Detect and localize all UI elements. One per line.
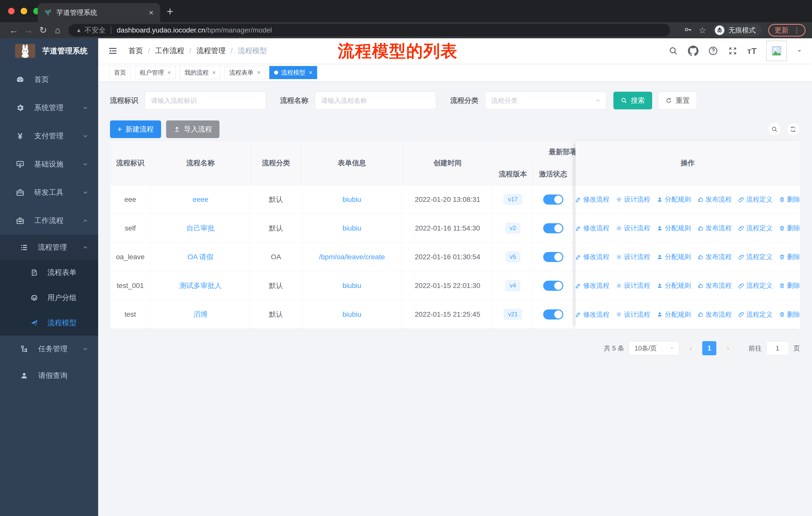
process-name-link[interactable]: OA 请假 — [187, 252, 213, 262]
version-badge[interactable]: v5 — [505, 251, 520, 262]
active-toggle[interactable] — [543, 223, 563, 233]
sidebar-item-home[interactable]: 首页 — [0, 65, 98, 94]
create-process-button[interactable]: + 新建流程 — [110, 120, 161, 138]
process-name-link[interactable]: 测试多审批人 — [179, 281, 222, 291]
sidebar-collapse-icon[interactable] — [108, 46, 118, 56]
version-badge[interactable]: v2 — [505, 223, 520, 234]
process-definition-link[interactable]: 流程定义 — [738, 252, 773, 261]
sidebar-item-payment[interactable]: ¥ 支付管理 — [0, 122, 98, 150]
breadcrumb-item[interactable]: 首页 — [128, 46, 143, 56]
delete-link[interactable]: 删除 — [779, 310, 800, 319]
delete-link[interactable]: 删除 — [779, 195, 800, 204]
process-definition-link[interactable]: 流程定义 — [738, 195, 773, 204]
bookmark-star-icon[interactable]: ☆ — [699, 25, 706, 35]
sidebar-item-task-management[interactable]: 任务管理 — [0, 335, 98, 362]
sidebar-item-system[interactable]: 系统管理 — [0, 94, 98, 122]
delete-link[interactable]: 删除 — [779, 281, 800, 290]
import-process-button[interactable]: 导入流程 — [166, 120, 220, 138]
tag-close-icon[interactable]: × — [309, 69, 312, 76]
delete-link[interactable]: 删除 — [779, 224, 800, 233]
active-toggle[interactable] — [543, 194, 563, 205]
process-definition-link[interactable]: 流程定义 — [738, 281, 773, 290]
sidebar-item-dev-tools[interactable]: 研发工具 — [0, 179, 98, 207]
tag-close-icon[interactable]: × — [167, 69, 171, 76]
publish-process-link[interactable]: 发布流程 — [697, 252, 732, 261]
home-icon[interactable]: ⌂ — [50, 25, 65, 35]
filter-name-input[interactable] — [315, 92, 436, 109]
avatar[interactable] — [766, 40, 787, 61]
sidebar-item-user-group[interactable]: 用户分组 — [0, 285, 98, 310]
new-tab-button[interactable]: + — [167, 4, 173, 18]
form-info-link[interactable]: biubiu — [343, 310, 361, 319]
publish-process-link[interactable]: 发布流程 — [697, 310, 732, 319]
address-bar[interactable]: ▲ 不安全 dashboard.yudao.iocoder.cn /bpm/ma… — [68, 24, 670, 36]
breadcrumb-item[interactable]: 流程管理 — [196, 46, 226, 56]
process-definition-link[interactable]: 流程定义 — [738, 224, 773, 233]
publish-process-link[interactable]: 发布流程 — [697, 281, 732, 290]
design-process-link[interactable]: 设计流程 — [616, 310, 650, 319]
sidebar-item-workflow[interactable]: 工作流程 — [0, 207, 98, 235]
tag-process-form[interactable]: 流程表单 × — [225, 66, 265, 79]
breadcrumb-item[interactable]: 工作流程 — [155, 46, 184, 56]
process-name-link[interactable]: eeee — [193, 195, 208, 203]
window-minimize-button[interactable] — [21, 8, 27, 15]
process-definition-link[interactable]: 流程定义 — [738, 310, 773, 319]
publish-process-link[interactable]: 发布流程 — [697, 195, 732, 204]
help-icon[interactable] — [708, 46, 718, 56]
sidebar-item-infrastructure[interactable]: 基础设施 — [0, 150, 98, 179]
modify-process-link[interactable]: 修改流程 — [575, 252, 609, 261]
form-info-link[interactable]: /bpm/oa/leave/create — [319, 253, 385, 261]
modify-process-link[interactable]: 修改流程 — [575, 310, 609, 319]
prev-page-button[interactable]: ‹ — [684, 341, 698, 355]
version-badge[interactable]: v4 — [505, 280, 520, 291]
tag-close-icon[interactable]: × — [257, 69, 261, 76]
tag-home[interactable]: 首页 — [109, 66, 131, 79]
sidebar-item-process-model[interactable]: 流程模型 — [0, 310, 98, 335]
back-icon[interactable]: ← — [6, 25, 21, 35]
assign-rule-link[interactable]: 分配规则 — [657, 281, 691, 290]
browser-menu-icon[interactable]: ⋮ — [793, 26, 800, 34]
browser-update-button[interactable]: 更新 ⋮ — [768, 24, 806, 36]
modify-process-link[interactable]: 修改流程 — [575, 281, 609, 290]
tab-close-icon[interactable]: × — [149, 8, 153, 18]
reload-icon[interactable]: ↻ — [36, 25, 50, 35]
filter-category-select[interactable]: 流程分类 — [485, 92, 606, 109]
page-size-select[interactable]: 10条/页 — [629, 341, 679, 355]
assign-rule-link[interactable]: 分配规则 — [657, 195, 691, 204]
sidebar-item-process-form[interactable]: 流程表单 — [0, 260, 98, 285]
modify-process-link[interactable]: 修改流程 — [575, 195, 609, 204]
page-number-1[interactable]: 1 — [702, 341, 716, 355]
search-icon[interactable] — [668, 46, 678, 56]
form-info-link[interactable]: biubiu — [343, 195, 361, 203]
form-info-link[interactable]: biubiu — [343, 282, 361, 290]
tag-tenant[interactable]: 租户管理 × — [135, 66, 176, 79]
tag-close-icon[interactable]: × — [212, 69, 216, 76]
assign-rule-link[interactable]: 分配规则 — [657, 224, 691, 233]
assign-rule-link[interactable]: 分配规则 — [657, 252, 691, 261]
active-toggle[interactable] — [543, 309, 563, 320]
version-badge[interactable]: v17 — [504, 194, 522, 205]
sidebar-item-leave-query[interactable]: 请假查询 — [0, 362, 98, 389]
avatar-caret-icon[interactable] — [796, 48, 803, 54]
security-label[interactable]: 不安全 — [85, 25, 106, 35]
search-button[interactable]: 搜索 — [613, 92, 652, 109]
github-icon[interactable] — [688, 46, 698, 56]
tag-process-model-active[interactable]: 流程模型 × — [269, 66, 317, 79]
form-info-link[interactable]: biubiu — [343, 224, 361, 232]
publish-process-link[interactable]: 发布流程 — [697, 224, 732, 233]
sidebar-item-process-management[interactable]: 流程管理 — [0, 235, 98, 260]
refresh-table-button[interactable] — [786, 123, 800, 136]
filter-id-input[interactable] — [145, 92, 266, 109]
modify-process-link[interactable]: 修改流程 — [575, 224, 609, 233]
browser-tab[interactable]: 芋道管理系统 × — [38, 3, 160, 22]
active-toggle[interactable] — [543, 252, 563, 262]
font-size-icon[interactable]: ᴛT — [747, 46, 757, 56]
design-process-link[interactable]: 设计流程 — [616, 224, 650, 233]
process-name-link[interactable]: 自己审批 — [186, 223, 215, 233]
design-process-link[interactable]: 设计流程 — [616, 281, 650, 290]
tag-my-process[interactable]: 我的流程 × — [180, 66, 221, 79]
sidebar-logo-row[interactable]: 芋道管理系统 — [0, 38, 98, 63]
reset-button[interactable]: 重置 — [658, 92, 697, 109]
design-process-link[interactable]: 设计流程 — [616, 252, 650, 261]
goto-page-input[interactable] — [766, 341, 789, 355]
